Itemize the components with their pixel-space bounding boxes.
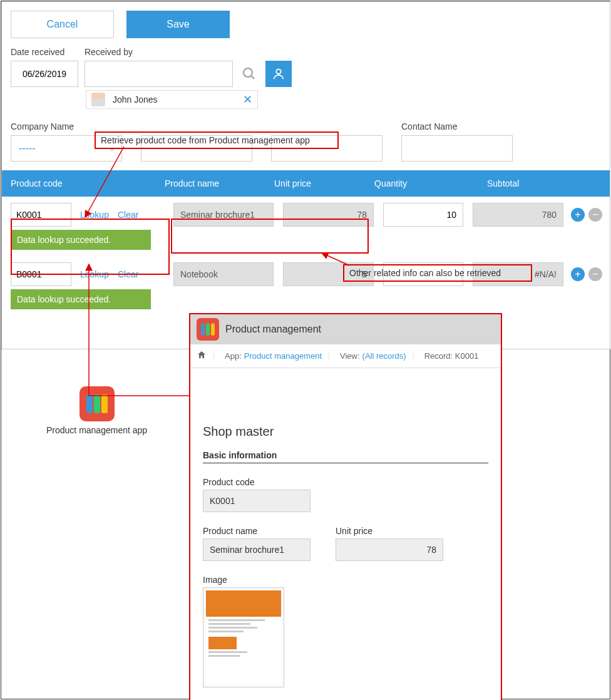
popup-image-label: Image — [203, 575, 488, 585]
product-name-cell: Notebook — [173, 262, 274, 286]
received-by-input[interactable] — [85, 61, 233, 87]
user-chip: John Jones ✕ — [86, 90, 258, 109]
image-preview — [203, 587, 284, 687]
svg-line-1 — [251, 76, 254, 79]
popup-name-value: Seminar brochure1 — [203, 538, 311, 561]
home-icon[interactable] — [197, 350, 207, 362]
company-name-label: Company Name — [11, 121, 122, 131]
th-sub: Subtotal — [487, 178, 610, 188]
remove-row-button[interactable]: − — [588, 208, 602, 222]
save-button[interactable]: Save — [126, 11, 230, 38]
svg-point-0 — [244, 68, 252, 77]
remove-row-button[interactable]: − — [588, 267, 602, 281]
search-icon[interactable] — [236, 61, 262, 87]
app-icon — [80, 386, 115, 421]
avatar — [91, 93, 105, 106]
date-received-input[interactable] — [11, 61, 78, 87]
user-picker-button[interactable] — [265, 61, 292, 87]
user-name: John Jones — [113, 95, 235, 105]
main-form: Cancel Save Date received Received by Jo… — [1, 1, 610, 349]
th-code: Product code — [2, 178, 165, 188]
popup-code-label: Product code — [203, 477, 488, 487]
received-by-label: Received by — [85, 47, 292, 57]
company-select-value: ----- — [19, 143, 36, 154]
add-row-button[interactable]: + — [571, 208, 585, 222]
blank-label-1 — [141, 121, 252, 131]
popup-header: Product management — [190, 314, 501, 344]
close-icon[interactable]: ✕ — [243, 93, 252, 106]
popup-title: Product management — [225, 324, 321, 335]
highlight-row1-readonly — [171, 219, 369, 254]
app-icon — [197, 318, 219, 341]
th-name: Product name — [165, 178, 274, 188]
app-icon-label: Product management app — [46, 425, 147, 435]
date-received-label: Date received — [11, 47, 83, 57]
success-message: Data lookup succeeded. — [11, 289, 151, 309]
blank-label-2 — [271, 121, 383, 131]
button-bar: Cancel Save — [2, 2, 610, 38]
popup-section-title: Shop master — [203, 425, 488, 439]
breadcrumb: 〉 App: Product management 〉 View: (All r… — [190, 344, 501, 368]
subtotal-cell: 780 — [473, 203, 563, 227]
popup-price-label: Unit price — [336, 526, 443, 536]
popup-name-label: Product name — [203, 526, 311, 536]
contact-name-label: Contact Name — [401, 121, 513, 131]
highlight-row1-code — [11, 219, 170, 275]
annotation-other-info: Other related info can also be retrieved — [343, 264, 532, 282]
table-header: Product code Product name Unit price Qua… — [2, 170, 610, 197]
product-management-popup: Product management 〉 App: Product manage… — [189, 313, 502, 700]
bc-view-link[interactable]: (All records) — [362, 351, 406, 361]
th-price: Unit price — [274, 178, 374, 188]
annotation-retrieve: Retrieve product code from Product manag… — [95, 131, 339, 149]
add-row-button[interactable]: + — [571, 267, 585, 281]
cancel-button[interactable]: Cancel — [11, 11, 114, 38]
contact-name-input[interactable] — [401, 135, 513, 162]
app-icon-block: Product management app — [46, 386, 147, 435]
bc-view-prefix: View: — [340, 351, 360, 361]
quantity-input[interactable] — [383, 203, 463, 227]
svg-point-2 — [276, 69, 280, 74]
bc-record: Record: K0001 — [424, 351, 479, 361]
popup-code-value: K0001 — [203, 490, 311, 512]
popup-price-value: 78 — [336, 538, 443, 561]
bc-app-prefix: App: — [225, 351, 242, 361]
popup-subsection: Basic information — [203, 450, 488, 463]
bc-app-link[interactable]: Product management — [244, 351, 322, 361]
th-qty: Quantity — [374, 178, 487, 188]
